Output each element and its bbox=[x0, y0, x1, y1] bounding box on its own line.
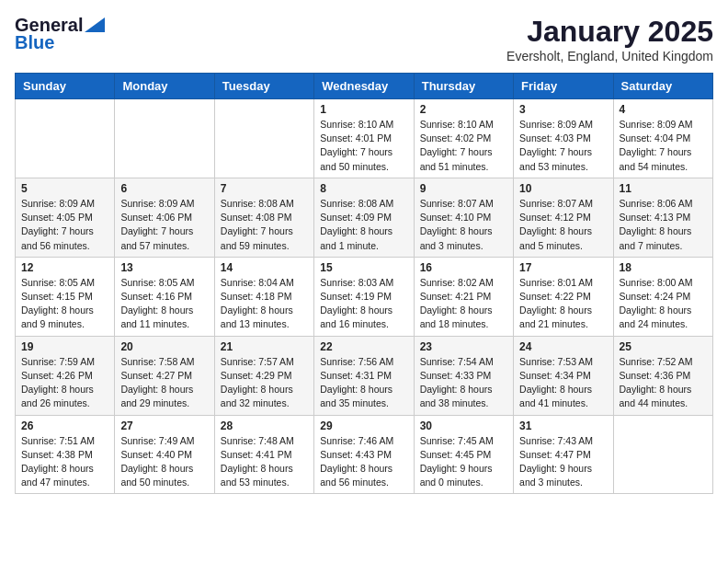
day-cell-14: 14Sunrise: 8:04 AM Sunset: 4:18 PM Dayli… bbox=[214, 257, 313, 336]
day-info: Sunrise: 8:04 AM Sunset: 4:18 PM Dayligh… bbox=[221, 276, 308, 332]
day-number: 16 bbox=[420, 261, 507, 274]
day-info: Sunrise: 8:08 AM Sunset: 4:09 PM Dayligh… bbox=[320, 197, 407, 253]
title-block: January 2025 Eversholt, England, United … bbox=[506, 15, 713, 63]
day-number: 22 bbox=[320, 340, 407, 353]
day-info: Sunrise: 8:05 AM Sunset: 4:16 PM Dayligh… bbox=[120, 276, 208, 332]
day-number: 29 bbox=[320, 419, 407, 432]
day-number: 8 bbox=[320, 182, 407, 195]
day-number: 14 bbox=[221, 261, 308, 274]
day-info: Sunrise: 8:05 AM Sunset: 4:15 PM Dayligh… bbox=[21, 276, 108, 332]
svg-marker-0 bbox=[85, 17, 105, 32]
weekday-header-monday: Monday bbox=[115, 74, 214, 99]
day-info: Sunrise: 8:09 AM Sunset: 4:03 PM Dayligh… bbox=[519, 118, 607, 174]
weekday-header-row: SundayMondayTuesdayWednesdayThursdayFrid… bbox=[16, 74, 713, 99]
day-number: 12 bbox=[21, 261, 108, 274]
day-cell-30: 30Sunrise: 7:45 AM Sunset: 4:45 PM Dayli… bbox=[414, 415, 513, 494]
weekday-header-wednesday: Wednesday bbox=[314, 74, 414, 99]
day-number: 9 bbox=[420, 182, 507, 195]
day-cell-17: 17Sunrise: 8:01 AM Sunset: 4:22 PM Dayli… bbox=[514, 257, 613, 336]
day-number: 17 bbox=[519, 261, 607, 274]
day-number: 19 bbox=[21, 340, 108, 353]
week-row-5: 26Sunrise: 7:51 AM Sunset: 4:38 PM Dayli… bbox=[16, 415, 713, 494]
day-number: 13 bbox=[120, 261, 208, 274]
day-info: Sunrise: 8:03 AM Sunset: 4:19 PM Dayligh… bbox=[320, 276, 407, 332]
day-cell-20: 20Sunrise: 7:58 AM Sunset: 4:27 PM Dayli… bbox=[115, 336, 214, 415]
day-info: Sunrise: 8:09 AM Sunset: 4:05 PM Dayligh… bbox=[21, 197, 108, 253]
day-number: 6 bbox=[120, 182, 208, 195]
day-number: 11 bbox=[620, 182, 707, 195]
day-number: 20 bbox=[120, 340, 208, 353]
day-cell-13: 13Sunrise: 8:05 AM Sunset: 4:16 PM Dayli… bbox=[115, 257, 214, 336]
day-cell-2: 2Sunrise: 8:10 AM Sunset: 4:02 PM Daylig… bbox=[414, 99, 513, 178]
day-info: Sunrise: 7:49 AM Sunset: 4:40 PM Dayligh… bbox=[120, 434, 208, 490]
day-info: Sunrise: 7:59 AM Sunset: 4:26 PM Dayligh… bbox=[21, 355, 108, 411]
day-cell-28: 28Sunrise: 7:48 AM Sunset: 4:41 PM Dayli… bbox=[214, 415, 313, 494]
day-number: 18 bbox=[620, 261, 707, 274]
empty-day-cell bbox=[613, 415, 712, 494]
day-info: Sunrise: 8:07 AM Sunset: 4:12 PM Dayligh… bbox=[519, 197, 607, 253]
day-info: Sunrise: 8:07 AM Sunset: 4:10 PM Dayligh… bbox=[420, 197, 507, 253]
day-cell-5: 5Sunrise: 8:09 AM Sunset: 4:05 PM Daylig… bbox=[16, 178, 115, 257]
day-info: Sunrise: 8:10 AM Sunset: 4:02 PM Dayligh… bbox=[420, 118, 507, 174]
day-info: Sunrise: 8:10 AM Sunset: 4:01 PM Dayligh… bbox=[320, 118, 407, 174]
day-cell-11: 11Sunrise: 8:06 AM Sunset: 4:13 PM Dayli… bbox=[613, 178, 712, 257]
day-number: 5 bbox=[21, 182, 108, 195]
weekday-header-tuesday: Tuesday bbox=[214, 74, 313, 99]
day-info: Sunrise: 8:08 AM Sunset: 4:08 PM Dayligh… bbox=[221, 197, 308, 253]
day-info: Sunrise: 7:54 AM Sunset: 4:33 PM Dayligh… bbox=[420, 355, 507, 411]
day-number: 31 bbox=[519, 419, 607, 432]
calendar-table: SundayMondayTuesdayWednesdayThursdayFrid… bbox=[15, 73, 713, 494]
page-header: General Blue January 2025 Eversholt, Eng… bbox=[15, 15, 713, 63]
day-cell-10: 10Sunrise: 8:07 AM Sunset: 4:12 PM Dayli… bbox=[514, 178, 613, 257]
day-info: Sunrise: 7:56 AM Sunset: 4:31 PM Dayligh… bbox=[320, 355, 407, 411]
week-row-1: 1Sunrise: 8:10 AM Sunset: 4:01 PM Daylig… bbox=[16, 99, 713, 178]
logo-icon bbox=[85, 17, 105, 32]
day-number: 3 bbox=[519, 103, 607, 116]
day-cell-8: 8Sunrise: 8:08 AM Sunset: 4:09 PM Daylig… bbox=[314, 178, 414, 257]
weekday-header-friday: Friday bbox=[514, 74, 613, 99]
week-row-3: 12Sunrise: 8:05 AM Sunset: 4:15 PM Dayli… bbox=[16, 257, 713, 336]
day-cell-16: 16Sunrise: 8:02 AM Sunset: 4:21 PM Dayli… bbox=[414, 257, 513, 336]
day-info: Sunrise: 7:52 AM Sunset: 4:36 PM Dayligh… bbox=[620, 355, 707, 411]
day-cell-7: 7Sunrise: 8:08 AM Sunset: 4:08 PM Daylig… bbox=[214, 178, 313, 257]
day-info: Sunrise: 7:48 AM Sunset: 4:41 PM Dayligh… bbox=[221, 434, 308, 490]
logo-blue-text: Blue bbox=[15, 32, 54, 53]
empty-day-cell bbox=[214, 99, 313, 178]
day-cell-19: 19Sunrise: 7:59 AM Sunset: 4:26 PM Dayli… bbox=[16, 336, 115, 415]
day-info: Sunrise: 7:43 AM Sunset: 4:47 PM Dayligh… bbox=[519, 434, 607, 490]
day-cell-18: 18Sunrise: 8:00 AM Sunset: 4:24 PM Dayli… bbox=[613, 257, 712, 336]
day-number: 21 bbox=[221, 340, 308, 353]
week-row-4: 19Sunrise: 7:59 AM Sunset: 4:26 PM Dayli… bbox=[16, 336, 713, 415]
day-cell-12: 12Sunrise: 8:05 AM Sunset: 4:15 PM Dayli… bbox=[16, 257, 115, 336]
day-number: 26 bbox=[21, 419, 108, 432]
day-number: 7 bbox=[221, 182, 308, 195]
day-cell-22: 22Sunrise: 7:56 AM Sunset: 4:31 PM Dayli… bbox=[314, 336, 414, 415]
day-info: Sunrise: 8:09 AM Sunset: 4:06 PM Dayligh… bbox=[120, 197, 208, 253]
day-cell-4: 4Sunrise: 8:09 AM Sunset: 4:04 PM Daylig… bbox=[613, 99, 712, 178]
empty-day-cell bbox=[115, 99, 214, 178]
empty-day-cell bbox=[16, 99, 115, 178]
day-info: Sunrise: 8:06 AM Sunset: 4:13 PM Dayligh… bbox=[620, 197, 707, 253]
weekday-header-thursday: Thursday bbox=[414, 74, 513, 99]
day-info: Sunrise: 7:58 AM Sunset: 4:27 PM Dayligh… bbox=[120, 355, 208, 411]
weekday-header-sunday: Sunday bbox=[16, 74, 115, 99]
day-cell-25: 25Sunrise: 7:52 AM Sunset: 4:36 PM Dayli… bbox=[613, 336, 712, 415]
day-number: 4 bbox=[620, 103, 707, 116]
week-row-2: 5Sunrise: 8:09 AM Sunset: 4:05 PM Daylig… bbox=[16, 178, 713, 257]
location: Eversholt, England, United Kingdom bbox=[506, 49, 713, 63]
day-info: Sunrise: 8:00 AM Sunset: 4:24 PM Dayligh… bbox=[620, 276, 707, 332]
day-info: Sunrise: 8:09 AM Sunset: 4:04 PM Dayligh… bbox=[620, 118, 707, 174]
day-cell-9: 9Sunrise: 8:07 AM Sunset: 4:10 PM Daylig… bbox=[414, 178, 513, 257]
day-cell-6: 6Sunrise: 8:09 AM Sunset: 4:06 PM Daylig… bbox=[115, 178, 214, 257]
day-info: Sunrise: 7:45 AM Sunset: 4:45 PM Dayligh… bbox=[420, 434, 507, 490]
day-cell-15: 15Sunrise: 8:03 AM Sunset: 4:19 PM Dayli… bbox=[314, 257, 414, 336]
day-cell-24: 24Sunrise: 7:53 AM Sunset: 4:34 PM Dayli… bbox=[514, 336, 613, 415]
day-info: Sunrise: 8:01 AM Sunset: 4:22 PM Dayligh… bbox=[519, 276, 607, 332]
day-cell-27: 27Sunrise: 7:49 AM Sunset: 4:40 PM Dayli… bbox=[115, 415, 214, 494]
day-number: 23 bbox=[420, 340, 507, 353]
day-cell-31: 31Sunrise: 7:43 AM Sunset: 4:47 PM Dayli… bbox=[514, 415, 613, 494]
logo: General Blue bbox=[15, 15, 105, 53]
day-number: 1 bbox=[320, 103, 407, 116]
day-cell-26: 26Sunrise: 7:51 AM Sunset: 4:38 PM Dayli… bbox=[16, 415, 115, 494]
day-number: 15 bbox=[320, 261, 407, 274]
